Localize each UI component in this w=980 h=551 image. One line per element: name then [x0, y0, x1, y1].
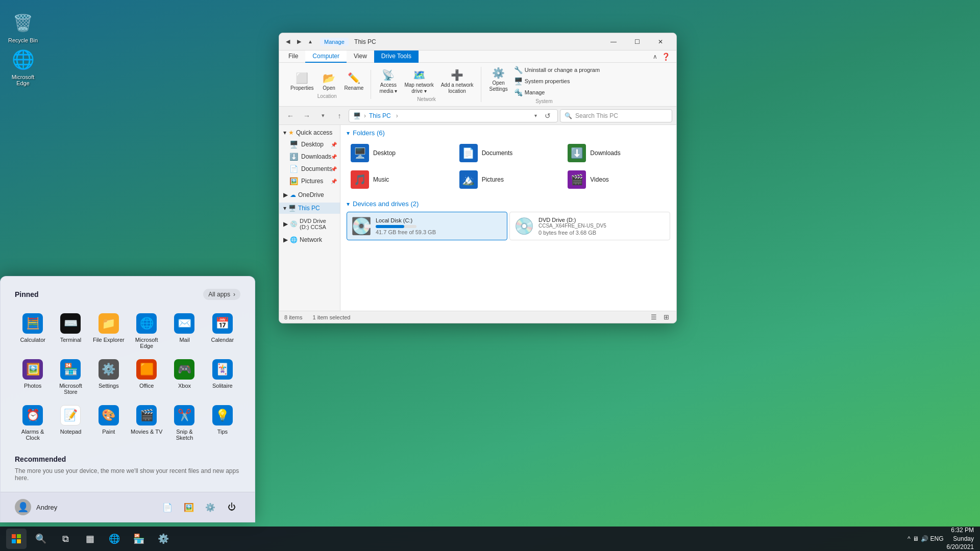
minimize-button[interactable]: — — [602, 33, 625, 51]
pinned-ms-store[interactable]: 🏪 Microsoft Store — [53, 355, 88, 399]
power-footer-btn[interactable]: ⏻ — [223, 498, 240, 516]
pinned-office[interactable]: 🟧 Office — [129, 355, 164, 399]
taskbar-settings-button[interactable]: ⚙️ — [153, 529, 174, 549]
devices-section-header[interactable]: ▾ Devices and drives (2) — [347, 200, 670, 208]
widgets-button[interactable]: ▦ — [80, 529, 100, 549]
pinned-photos[interactable]: 🖼️ Photos — [15, 355, 51, 399]
pinned-calendar[interactable]: 📅 Calendar — [205, 309, 240, 353]
tab-computer[interactable]: Computer — [305, 51, 347, 63]
taskbar-store-button[interactable]: 🏪 — [129, 529, 149, 549]
rename-button[interactable]: ✏️ Rename — [341, 70, 367, 92]
close-button[interactable]: ✕ — [649, 33, 672, 51]
title-bar-back-btn[interactable]: ◀ — [283, 37, 292, 46]
nav-back-button[interactable]: ← — [283, 109, 298, 123]
title-bar-forward-btn[interactable]: ▶ — [295, 37, 304, 46]
this-pc-label: This PC — [298, 205, 320, 212]
pinned-terminal[interactable]: ⌨️ Terminal — [53, 309, 88, 353]
search-icon: 🔍 — [565, 112, 572, 119]
add-network-button[interactable]: ➕ Add a networklocation — [438, 67, 477, 95]
ribbon-collapse-btn[interactable]: ∧ — [653, 53, 657, 60]
pinned-alarms[interactable]: ⏰ Alarms & Clock — [15, 401, 51, 445]
folder-item-documents[interactable]: 📄 Documents — [455, 141, 562, 165]
pinned-solitaire[interactable]: 🃏 Solitaire — [205, 355, 240, 399]
system-tray-arrow[interactable]: ^ — [908, 535, 911, 542]
drive-item-c[interactable]: 💽 Local Disk (C:) 41.7 GB free of 59.3 G… — [347, 212, 507, 240]
this-pc-header[interactable]: ▾ 🖥️ This PC — [279, 203, 340, 214]
grid-view-btn[interactable]: ⊞ — [661, 312, 671, 322]
ribbon-content: ⬜ Properties 📂 Open ✏️ Rename Location — [279, 63, 676, 106]
desktop-icon-edge[interactable]: 🌐 MicrosoftEdge — [5, 45, 41, 89]
address-bar[interactable]: 🖥️ › This PC › ▾ ↺ — [349, 109, 558, 122]
system-props-button[interactable]: 🖥️ System properties — [512, 76, 602, 86]
access-media-button[interactable]: 📡 Accessmedia ▾ — [376, 67, 400, 95]
manage-tab-badge[interactable]: Manage — [320, 38, 349, 46]
documents-folder-name: Documents — [482, 149, 513, 157]
list-view-btn[interactable]: ☰ — [649, 312, 659, 322]
search-taskbar-button[interactable]: 🔍 — [31, 529, 51, 549]
manage-button[interactable]: 🔩 Manage — [512, 87, 602, 97]
dvd-header[interactable]: ▶ 💿 DVD Drive (D:) CCSA — [279, 216, 340, 232]
network-header[interactable]: ▶ 🌐 Network — [279, 234, 340, 245]
settings-footer-btn[interactable]: ⚙️ — [202, 498, 219, 516]
start-button[interactable] — [6, 529, 27, 549]
address-this-pc[interactable]: This PC — [369, 112, 391, 119]
all-apps-button[interactable]: All apps › — [203, 289, 240, 300]
nav-recent-button[interactable]: ▾ — [316, 109, 330, 123]
desktop-icon-recycle-bin[interactable]: 🗑️ Recycle Bin — [5, 8, 41, 46]
refresh-btn[interactable]: ↺ — [542, 110, 553, 121]
search-bar[interactable]: 🔍 Search This PC — [560, 109, 672, 122]
nav-up-button[interactable]: ↑ — [332, 109, 347, 123]
open-settings-label: OpenSettings — [489, 80, 508, 92]
documents-footer-btn[interactable]: 📄 — [159, 498, 176, 516]
sidebar-item-desktop[interactable]: 🖥️ Desktop 📌 — [279, 138, 340, 151]
sidebar-item-downloads[interactable]: ⬇️ Downloads 📌 — [279, 151, 340, 163]
help-button[interactable]: ❓ — [662, 53, 670, 61]
folder-item-music[interactable]: 🎵 Music — [347, 167, 453, 192]
folders-section-header[interactable]: ▾ Folders (6) — [347, 129, 670, 137]
pinned-notepad[interactable]: 📝 Notepad — [53, 401, 88, 445]
map-network-button[interactable]: 🗺️ Map networkdrive ▾ — [401, 67, 436, 95]
title-bar-up-btn[interactable]: ▲ — [306, 37, 315, 46]
pinned-tips[interactable]: 💡 Tips — [205, 401, 240, 445]
tab-file[interactable]: File — [281, 51, 305, 63]
tab-drive-tools[interactable]: Drive Tools — [374, 51, 419, 63]
quick-access-header[interactable]: ▾ ★ Quick access — [279, 127, 340, 138]
open-settings-button[interactable]: ⚙️ OpenSettings — [486, 65, 511, 93]
address-dropdown-btn[interactable]: ▾ — [530, 110, 541, 121]
content-area: ▾ Folders (6) 🖥️ Desktop 📄 Documents — [340, 125, 676, 311]
pinned-mail[interactable]: ✉️ Mail — [166, 309, 202, 353]
folder-item-pictures[interactable]: 🏔️ Pictures — [455, 167, 562, 192]
pinned-xbox[interactable]: 🎮 Xbox — [166, 355, 202, 399]
pinned-calculator[interactable]: 🧮 Calculator — [15, 309, 51, 353]
pinned-settings[interactable]: ⚙️ Settings — [91, 355, 127, 399]
pictures-footer-btn[interactable]: 🖼️ — [180, 498, 198, 516]
pinned-snip[interactable]: ✂️ Snip & Sketch — [166, 401, 202, 445]
pictures-folder-icon2: 🏔️ — [459, 170, 478, 189]
onedrive-header[interactable]: ▶ ☁ OneDrive — [279, 189, 340, 201]
documents-folder-icon: 📄 — [289, 165, 298, 173]
sidebar-item-documents[interactable]: 📄 Documents 📌 — [279, 163, 340, 175]
pinned-edge[interactable]: 🌐 Microsoft Edge — [129, 309, 164, 353]
user-info[interactable]: 👤 Andrey — [15, 499, 57, 515]
pinned-movies[interactable]: 🎬 Movies & TV — [129, 401, 164, 445]
ribbon-btns-network: 📡 Accessmedia ▾ 🗺️ Map networkdrive ▾ ➕ … — [376, 67, 476, 95]
pinned-file-explorer[interactable]: 📁 File Explorer — [91, 309, 127, 353]
drive-item-d[interactable]: 💿 DVD Drive (D:) CCSA_X64FRE_EN-US_DV5 0… — [509, 212, 670, 240]
maximize-button[interactable]: ☐ — [625, 33, 649, 51]
taskbar-edge-button[interactable]: 🌐 — [104, 529, 125, 549]
folder-item-desktop[interactable]: 🖥️ Desktop — [347, 141, 453, 165]
pinned-paint[interactable]: 🎨 Paint — [91, 401, 127, 445]
nav-forward-button[interactable]: → — [300, 109, 314, 123]
task-view-button[interactable]: ⧉ — [55, 529, 76, 549]
taskbar-clock[interactable]: 6:32 PM Sunday 6/20/2021 — [947, 526, 974, 551]
system-tray[interactable]: ^ 🖥 🔊 ENG — [908, 535, 944, 542]
properties-button[interactable]: ⬜ Properties — [287, 70, 317, 92]
terminal-label: Terminal — [60, 337, 82, 343]
open-button[interactable]: 📂 Open — [318, 70, 340, 92]
tab-view[interactable]: View — [347, 51, 374, 63]
sidebar-item-pictures[interactable]: 🖼️ Pictures 📌 — [279, 175, 340, 187]
uninstall-button[interactable]: 🔧 Uninstall or change a program — [512, 65, 602, 75]
folder-item-downloads[interactable]: ⬇️ Downloads — [564, 141, 670, 165]
folder-item-videos[interactable]: 🎬 Videos — [564, 167, 670, 192]
open-label: Open — [323, 85, 335, 91]
